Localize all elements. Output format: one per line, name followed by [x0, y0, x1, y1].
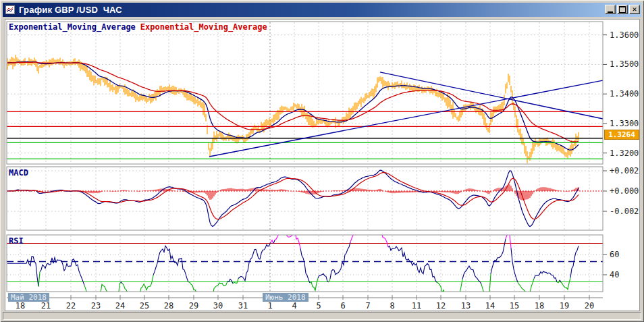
window-icon	[5, 5, 16, 15]
legend-ema-fast: Exponential_Moving_Average	[9, 22, 136, 32]
legend-ema-slow: Exponential_Moving_Average	[140, 22, 267, 32]
indicator-legend: Exponential_Moving_AverageExponential_Mo…	[9, 22, 267, 32]
maximize-button[interactable]	[617, 5, 628, 14]
close-button[interactable]: ✕	[629, 5, 640, 14]
minimize-button[interactable]	[605, 5, 616, 14]
rsi-panel-label: RSI	[9, 236, 24, 246]
maximize-icon	[619, 6, 626, 13]
minimize-icon	[608, 11, 613, 13]
current-price-badge: 1.3264	[604, 130, 639, 140]
month-badge-may: Май 2018	[8, 293, 49, 302]
title-bar[interactable]: График GBP /USD ЧАС ✕	[3, 3, 641, 17]
close-icon: ✕	[633, 6, 637, 13]
window-title: График GBP /USD ЧАС	[19, 5, 122, 15]
month-badge-june: Июнь 2018	[263, 293, 308, 302]
app-window: График GBP /USD ЧАС ✕ 1.36001.35001.3400…	[0, 0, 644, 322]
status-bar	[3, 312, 641, 320]
chart-client-area[interactable]	[5, 19, 640, 311]
macd-panel-label: MACD	[9, 168, 28, 178]
